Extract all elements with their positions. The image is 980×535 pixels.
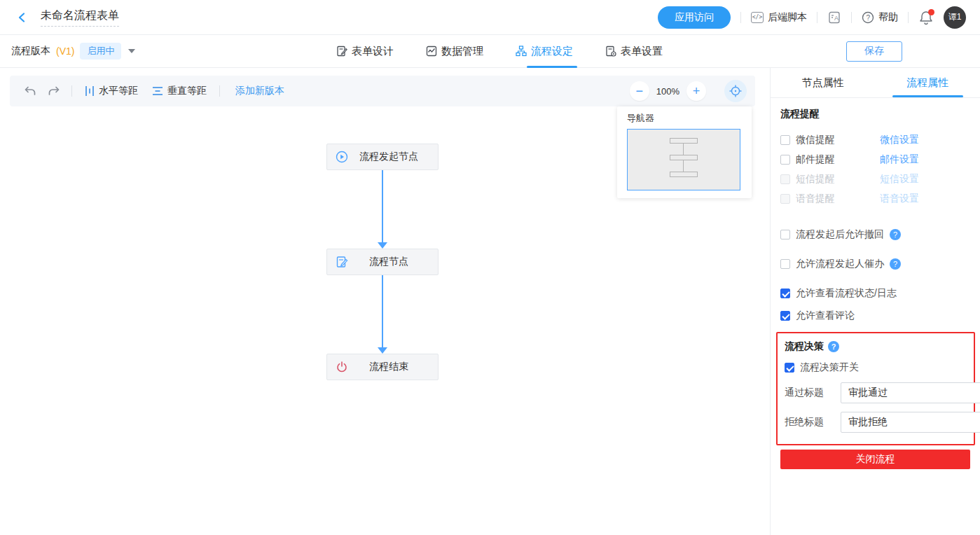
redo-button[interactable] (48, 85, 60, 97)
allow-withdraw-checkbox[interactable] (780, 230, 790, 239)
pass-title-row: 通过标题 (785, 382, 967, 403)
reject-title-input[interactable] (841, 412, 980, 433)
flow-node-middle[interactable]: 流程节点 (326, 249, 439, 275)
horizontal-spacing-icon (85, 85, 95, 97)
form-design-icon (336, 46, 347, 57)
fit-view-button[interactable] (724, 80, 747, 102)
app-access-button[interactable]: 应用访问 (658, 6, 731, 29)
save-button[interactable]: 保存 (846, 41, 902, 62)
tab-form-settings[interactable]: 表单设置 (605, 35, 663, 68)
option-view-comments: 允许查看评论 (780, 310, 970, 322)
svg-text:?: ? (867, 13, 871, 21)
pass-title-label: 通过标题 (785, 387, 841, 399)
notification-dot (928, 9, 934, 15)
canvas-toolbar: 水平等距 垂直等距 添加新版本 − 100% + (10, 76, 755, 106)
horizontal-spacing-label: 水平等距 (99, 85, 138, 97)
redo-icon (48, 85, 60, 97)
help-icon[interactable]: ? (890, 258, 901, 270)
reminder-label: 微信提醒 (796, 134, 880, 146)
navigator-title: 导航器 (627, 112, 742, 125)
tab-data-management[interactable]: 数据管理 (426, 35, 483, 68)
voice-reminder-checkbox (780, 194, 790, 204)
pass-title-input[interactable] (841, 382, 980, 403)
reminder-row-voice: 语音提醒 语音设置 (780, 189, 970, 209)
question-circle-icon: ? (862, 11, 874, 24)
email-settings-link[interactable]: 邮件设置 (880, 153, 919, 166)
undo-icon (24, 85, 36, 97)
sms-reminder-checkbox (780, 174, 790, 184)
help-button[interactable]: ? 帮助 (862, 11, 898, 24)
zoom-in-button[interactable]: + (686, 81, 706, 101)
minimap-edge (683, 144, 684, 155)
navigator-panel: 导航器 (617, 106, 752, 198)
zoom-out-button[interactable]: − (630, 81, 649, 101)
tab-node-properties[interactable]: 节点属性 (771, 68, 876, 97)
wechat-settings-link[interactable]: 微信设置 (880, 134, 919, 146)
svg-text:A: A (834, 15, 838, 22)
status-badge[interactable]: 启用中 (80, 43, 121, 60)
navigator-minimap[interactable] (627, 129, 740, 190)
add-version-link[interactable]: 添加新版本 (235, 85, 284, 97)
tab-form-design[interactable]: 表单设计 (336, 35, 394, 68)
node-label: 流程节点 (348, 256, 429, 268)
notification-button[interactable] (918, 10, 934, 25)
view-comments-checkbox[interactable] (780, 311, 790, 321)
decision-switch-checkbox[interactable] (785, 363, 794, 373)
decision-section: 流程决策 ? 流程决策开关 通过标题 拒绝标题 (776, 332, 975, 445)
close-flow-button[interactable]: 关闭流程 (780, 450, 970, 469)
decision-switch-row: 流程决策开关 (785, 361, 967, 374)
allow-urge-checkbox[interactable] (780, 259, 790, 269)
node-label: 流程结束 (348, 361, 429, 373)
divider (740, 12, 741, 23)
reminder-row-wechat: 微信提醒 微信设置 (780, 130, 970, 150)
decision-switch-label: 流程决策开关 (800, 361, 859, 374)
reminder-label: 短信提醒 (796, 173, 880, 186)
form-settings-icon (605, 46, 616, 57)
help-icon[interactable]: ? (828, 341, 839, 352)
divider (817, 12, 817, 23)
translate-button[interactable]: A (827, 11, 841, 24)
divider (908, 12, 909, 23)
help-label: 帮助 (878, 11, 898, 24)
wechat-reminder-checkbox[interactable] (780, 135, 790, 145)
divider (71, 85, 72, 97)
flow-node-start[interactable]: 流程发起节点 (326, 144, 439, 170)
help-icon[interactable]: ? (890, 229, 901, 240)
horizontal-spacing-button[interactable]: 水平等距 (78, 85, 145, 97)
zoom-level: 100% (656, 86, 679, 97)
play-circle-icon (336, 151, 348, 163)
vertical-spacing-button[interactable]: 垂直等距 (145, 85, 214, 97)
view-status-checkbox[interactable] (780, 289, 790, 298)
tab-label: 流程设定 (531, 45, 573, 58)
reminder-section-title: 流程提醒 (780, 108, 970, 120)
sms-settings-link: 短信设置 (880, 173, 919, 186)
avatar[interactable]: 谭1 (944, 6, 966, 29)
backend-script-button[interactable]: </> 后端脚本 (751, 11, 807, 24)
tab-flow-properties[interactable]: 流程属性 (876, 68, 980, 97)
version-tag: (V1) (56, 46, 74, 57)
reminder-row-email: 邮件提醒 邮件设置 (780, 150, 970, 169)
reminder-row-sms: 短信提醒 短信设置 (780, 169, 970, 189)
option-label: 流程发起后允许撤回 (796, 228, 884, 241)
option-allow-urge: 允许流程发起人催办 ? (780, 258, 970, 270)
option-view-status: 允许查看流程状态/日志 (780, 287, 970, 300)
arrow-down-icon (378, 242, 387, 249)
flow-node-end[interactable]: 流程结束 (326, 354, 439, 380)
back-button[interactable] (14, 9, 31, 26)
chevron-down-icon[interactable] (128, 49, 135, 53)
data-management-icon (426, 46, 437, 57)
tab-flow-setting[interactable]: 流程设定 (516, 35, 573, 68)
email-reminder-checkbox[interactable] (780, 155, 790, 165)
option-label: 允许流程发起人催办 (796, 258, 884, 270)
backend-script-label: 后端脚本 (768, 11, 807, 24)
tab-label: 表单设计 (352, 45, 394, 58)
decision-title: 流程决策 (785, 340, 824, 353)
page-title[interactable]: 未命名流程表单 (41, 8, 119, 27)
undo-button[interactable] (24, 85, 36, 97)
flow-setting-icon (516, 46, 527, 57)
main-tabs: 表单设计 数据管理 流程设定 表单设置 (336, 35, 663, 68)
divider (219, 85, 220, 97)
crosshair-icon (729, 85, 742, 97)
flow-canvas[interactable]: 水平等距 垂直等距 添加新版本 − 100% + (0, 68, 771, 535)
code-icon: </> (751, 12, 764, 23)
